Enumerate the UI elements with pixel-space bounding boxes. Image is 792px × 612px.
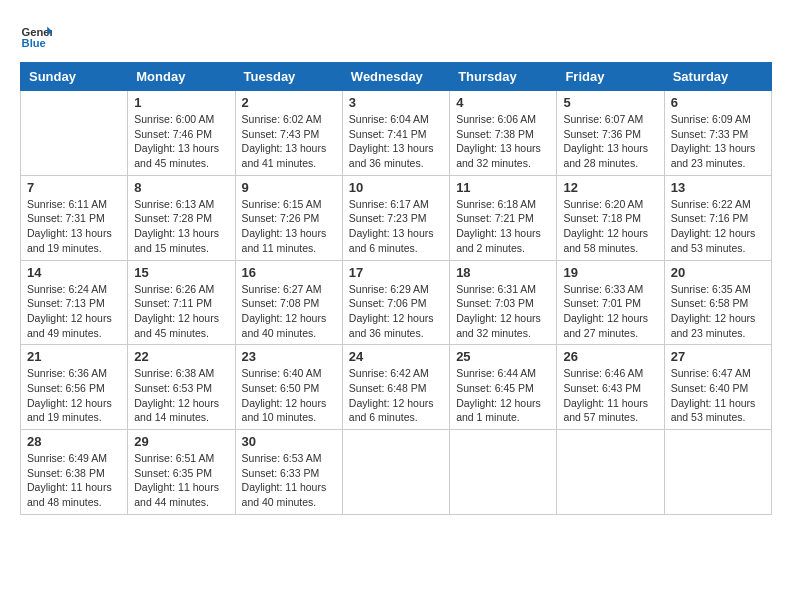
day-number: 3 xyxy=(349,95,443,110)
weekday-header-friday: Friday xyxy=(557,63,664,91)
day-cell-16: 16Sunrise: 6:27 AM Sunset: 7:08 PM Dayli… xyxy=(235,260,342,345)
day-cell-15: 15Sunrise: 6:26 AM Sunset: 7:11 PM Dayli… xyxy=(128,260,235,345)
day-cell-6: 6Sunrise: 6:09 AM Sunset: 7:33 PM Daylig… xyxy=(664,91,771,176)
day-cell-21: 21Sunrise: 6:36 AM Sunset: 6:56 PM Dayli… xyxy=(21,345,128,430)
day-cell-17: 17Sunrise: 6:29 AM Sunset: 7:06 PM Dayli… xyxy=(342,260,449,345)
weekday-header-wednesday: Wednesday xyxy=(342,63,449,91)
day-info: Sunrise: 6:40 AM Sunset: 6:50 PM Dayligh… xyxy=(242,366,336,425)
week-row-2: 7Sunrise: 6:11 AM Sunset: 7:31 PM Daylig… xyxy=(21,175,772,260)
weekday-header-row: SundayMondayTuesdayWednesdayThursdayFrid… xyxy=(21,63,772,91)
day-number: 21 xyxy=(27,349,121,364)
day-number: 11 xyxy=(456,180,550,195)
day-number: 29 xyxy=(134,434,228,449)
week-row-3: 14Sunrise: 6:24 AM Sunset: 7:13 PM Dayli… xyxy=(21,260,772,345)
day-info: Sunrise: 6:22 AM Sunset: 7:16 PM Dayligh… xyxy=(671,197,765,256)
day-info: Sunrise: 6:04 AM Sunset: 7:41 PM Dayligh… xyxy=(349,112,443,171)
day-number: 20 xyxy=(671,265,765,280)
day-number: 5 xyxy=(563,95,657,110)
day-number: 15 xyxy=(134,265,228,280)
day-cell-11: 11Sunrise: 6:18 AM Sunset: 7:21 PM Dayli… xyxy=(450,175,557,260)
day-info: Sunrise: 6:31 AM Sunset: 7:03 PM Dayligh… xyxy=(456,282,550,341)
day-number: 7 xyxy=(27,180,121,195)
day-info: Sunrise: 6:35 AM Sunset: 6:58 PM Dayligh… xyxy=(671,282,765,341)
day-number: 25 xyxy=(456,349,550,364)
day-cell-8: 8Sunrise: 6:13 AM Sunset: 7:28 PM Daylig… xyxy=(128,175,235,260)
day-number: 8 xyxy=(134,180,228,195)
weekday-header-monday: Monday xyxy=(128,63,235,91)
day-cell-27: 27Sunrise: 6:47 AM Sunset: 6:40 PM Dayli… xyxy=(664,345,771,430)
weekday-header-tuesday: Tuesday xyxy=(235,63,342,91)
day-info: Sunrise: 6:17 AM Sunset: 7:23 PM Dayligh… xyxy=(349,197,443,256)
day-cell-19: 19Sunrise: 6:33 AM Sunset: 7:01 PM Dayli… xyxy=(557,260,664,345)
day-info: Sunrise: 6:33 AM Sunset: 7:01 PM Dayligh… xyxy=(563,282,657,341)
weekday-header-thursday: Thursday xyxy=(450,63,557,91)
weekday-header-sunday: Sunday xyxy=(21,63,128,91)
day-cell-18: 18Sunrise: 6:31 AM Sunset: 7:03 PM Dayli… xyxy=(450,260,557,345)
empty-cell xyxy=(450,430,557,515)
day-number: 14 xyxy=(27,265,121,280)
day-info: Sunrise: 6:06 AM Sunset: 7:38 PM Dayligh… xyxy=(456,112,550,171)
day-cell-4: 4Sunrise: 6:06 AM Sunset: 7:38 PM Daylig… xyxy=(450,91,557,176)
day-cell-10: 10Sunrise: 6:17 AM Sunset: 7:23 PM Dayli… xyxy=(342,175,449,260)
day-info: Sunrise: 6:02 AM Sunset: 7:43 PM Dayligh… xyxy=(242,112,336,171)
day-info: Sunrise: 6:13 AM Sunset: 7:28 PM Dayligh… xyxy=(134,197,228,256)
day-cell-20: 20Sunrise: 6:35 AM Sunset: 6:58 PM Dayli… xyxy=(664,260,771,345)
day-number: 26 xyxy=(563,349,657,364)
day-number: 9 xyxy=(242,180,336,195)
day-cell-14: 14Sunrise: 6:24 AM Sunset: 7:13 PM Dayli… xyxy=(21,260,128,345)
day-number: 12 xyxy=(563,180,657,195)
day-info: Sunrise: 6:26 AM Sunset: 7:11 PM Dayligh… xyxy=(134,282,228,341)
logo: General Blue xyxy=(20,20,56,52)
day-info: Sunrise: 6:29 AM Sunset: 7:06 PM Dayligh… xyxy=(349,282,443,341)
day-info: Sunrise: 6:51 AM Sunset: 6:35 PM Dayligh… xyxy=(134,451,228,510)
day-number: 24 xyxy=(349,349,443,364)
empty-cell xyxy=(664,430,771,515)
day-number: 18 xyxy=(456,265,550,280)
day-info: Sunrise: 6:18 AM Sunset: 7:21 PM Dayligh… xyxy=(456,197,550,256)
day-number: 19 xyxy=(563,265,657,280)
empty-cell xyxy=(557,430,664,515)
day-number: 1 xyxy=(134,95,228,110)
day-info: Sunrise: 6:07 AM Sunset: 7:36 PM Dayligh… xyxy=(563,112,657,171)
day-info: Sunrise: 6:47 AM Sunset: 6:40 PM Dayligh… xyxy=(671,366,765,425)
week-row-4: 21Sunrise: 6:36 AM Sunset: 6:56 PM Dayli… xyxy=(21,345,772,430)
day-number: 22 xyxy=(134,349,228,364)
svg-text:Blue: Blue xyxy=(22,37,46,49)
day-number: 13 xyxy=(671,180,765,195)
day-cell-7: 7Sunrise: 6:11 AM Sunset: 7:31 PM Daylig… xyxy=(21,175,128,260)
day-cell-29: 29Sunrise: 6:51 AM Sunset: 6:35 PM Dayli… xyxy=(128,430,235,515)
day-cell-30: 30Sunrise: 6:53 AM Sunset: 6:33 PM Dayli… xyxy=(235,430,342,515)
day-info: Sunrise: 6:15 AM Sunset: 7:26 PM Dayligh… xyxy=(242,197,336,256)
weekday-header-saturday: Saturday xyxy=(664,63,771,91)
day-number: 30 xyxy=(242,434,336,449)
day-cell-2: 2Sunrise: 6:02 AM Sunset: 7:43 PM Daylig… xyxy=(235,91,342,176)
day-cell-5: 5Sunrise: 6:07 AM Sunset: 7:36 PM Daylig… xyxy=(557,91,664,176)
day-cell-25: 25Sunrise: 6:44 AM Sunset: 6:45 PM Dayli… xyxy=(450,345,557,430)
day-number: 4 xyxy=(456,95,550,110)
day-info: Sunrise: 6:36 AM Sunset: 6:56 PM Dayligh… xyxy=(27,366,121,425)
empty-cell xyxy=(21,91,128,176)
day-cell-3: 3Sunrise: 6:04 AM Sunset: 7:41 PM Daylig… xyxy=(342,91,449,176)
day-cell-23: 23Sunrise: 6:40 AM Sunset: 6:50 PM Dayli… xyxy=(235,345,342,430)
day-info: Sunrise: 6:11 AM Sunset: 7:31 PM Dayligh… xyxy=(27,197,121,256)
day-number: 16 xyxy=(242,265,336,280)
day-cell-26: 26Sunrise: 6:46 AM Sunset: 6:43 PM Dayli… xyxy=(557,345,664,430)
day-number: 27 xyxy=(671,349,765,364)
day-number: 17 xyxy=(349,265,443,280)
week-row-1: 1Sunrise: 6:00 AM Sunset: 7:46 PM Daylig… xyxy=(21,91,772,176)
header: General Blue xyxy=(20,20,772,52)
day-cell-9: 9Sunrise: 6:15 AM Sunset: 7:26 PM Daylig… xyxy=(235,175,342,260)
week-row-5: 28Sunrise: 6:49 AM Sunset: 6:38 PM Dayli… xyxy=(21,430,772,515)
day-info: Sunrise: 6:42 AM Sunset: 6:48 PM Dayligh… xyxy=(349,366,443,425)
day-cell-28: 28Sunrise: 6:49 AM Sunset: 6:38 PM Dayli… xyxy=(21,430,128,515)
day-cell-12: 12Sunrise: 6:20 AM Sunset: 7:18 PM Dayli… xyxy=(557,175,664,260)
day-info: Sunrise: 6:53 AM Sunset: 6:33 PM Dayligh… xyxy=(242,451,336,510)
day-info: Sunrise: 6:49 AM Sunset: 6:38 PM Dayligh… xyxy=(27,451,121,510)
day-info: Sunrise: 6:09 AM Sunset: 7:33 PM Dayligh… xyxy=(671,112,765,171)
day-info: Sunrise: 6:38 AM Sunset: 6:53 PM Dayligh… xyxy=(134,366,228,425)
day-cell-24: 24Sunrise: 6:42 AM Sunset: 6:48 PM Dayli… xyxy=(342,345,449,430)
day-info: Sunrise: 6:27 AM Sunset: 7:08 PM Dayligh… xyxy=(242,282,336,341)
day-number: 28 xyxy=(27,434,121,449)
day-info: Sunrise: 6:46 AM Sunset: 6:43 PM Dayligh… xyxy=(563,366,657,425)
day-info: Sunrise: 6:24 AM Sunset: 7:13 PM Dayligh… xyxy=(27,282,121,341)
